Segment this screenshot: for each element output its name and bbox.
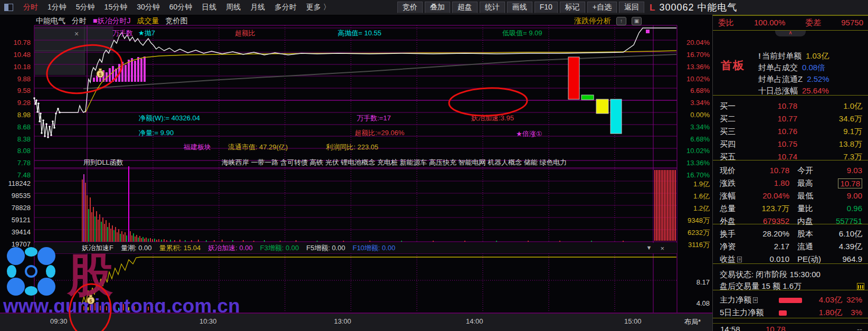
fund-label: 流通 [797, 242, 813, 252]
annotation: 净额(W):= 40326.04 [139, 114, 200, 123]
close-indicator-icon[interactable]: × [660, 244, 664, 252]
divider [713, 95, 868, 96]
tab-period-15分钟[interactable]: 15分钟 [100, 3, 132, 12]
axis-label: 4.08 [679, 299, 710, 307]
chart-header-tabs: 中能电气分时■妖冶分时J成交量竞价图 [36, 16, 187, 26]
toolbar-button-超盘[interactable]: 超盘 [452, 2, 478, 13]
tab-period-更多 〉[interactable]: 更多 〉 [301, 3, 335, 12]
panel-row: 涨跌1.80最高10.78 [713, 178, 868, 190]
axis-label: 98535 [0, 192, 31, 200]
annotation: 利润同比: 223.05 [326, 143, 378, 152]
annotation: ★抛7 [138, 29, 155, 38]
seal-value: 0.08倍 [802, 63, 825, 72]
fund-value: 2.17 [745, 242, 789, 251]
toolbar-button-返回[interactable]: 返回 [619, 2, 644, 13]
toolbar-button-统计[interactable]: 统计 [480, 2, 505, 13]
last-tick-price: 10.78 [766, 325, 786, 331]
bid-label: 买二 [720, 114, 736, 124]
tab-period-1分钟[interactable]: 1分钟 [43, 3, 71, 12]
panel-row: 交易状态: 闭市阶段 15:30:00 [713, 270, 868, 281]
divider [713, 30, 868, 31]
trading-terminal: { "colors":{"red":"#e23b41","yellow":"#d… [0, 0, 868, 331]
mini-chart-icon[interactable] [857, 283, 864, 290]
toolbar-button-F10[interactable]: F10 [535, 2, 558, 13]
quote-label: 最高 [797, 178, 813, 188]
fund-label: 收益≡ [720, 254, 742, 264]
panel-icon[interactable]: ▣ [632, 17, 642, 25]
axis-label: 16.70% [679, 51, 710, 59]
weibi-value: 100.00% [754, 18, 785, 28]
close-icon[interactable]: × [74, 30, 79, 38]
tab-period-30分钟[interactable]: 30分钟 [132, 3, 165, 12]
tab-period-月线[interactable]: 月线 [245, 3, 270, 12]
quote-label: 总量 [720, 204, 736, 214]
axis-label: 20.04% [679, 39, 710, 46]
panel-row: 涨幅20.04%最低9.00 [713, 191, 868, 203]
header-tab-竞价图[interactable]: 竞价图 [165, 16, 187, 26]
layout-label[interactable]: 布局* [684, 317, 701, 327]
header-tab-■妖冶分时J[interactable]: ■妖冶分时J [93, 16, 130, 26]
axis-label: 9.88 [0, 75, 31, 83]
quote-label: 量比 [797, 204, 813, 214]
expand-icon[interactable]: ↑ [616, 17, 626, 25]
list-icon: ≡ [737, 257, 742, 262]
tab-period-日线[interactable]: 日线 [197, 3, 221, 12]
header-tab-分时[interactable]: 分时 [72, 16, 87, 26]
annotation: 超额比 [235, 29, 255, 38]
axis-label: 6.68% [679, 135, 710, 143]
toolbar-button-竞价[interactable]: 竞价 [397, 2, 423, 13]
header-tab-中能电气[interactable]: 中能电气 [36, 16, 65, 26]
seal-label: 封单占流通Z [758, 74, 803, 83]
panel-row: 主力净额≡4.03亿32% [713, 295, 868, 307]
chevron-up-icon[interactable]: ∧ [775, 30, 806, 36]
bid-amount: 9.1万 [815, 127, 862, 137]
quote-label: 外盘 [720, 216, 736, 226]
main-net-value: 4.03亿 [805, 295, 842, 305]
intraday-chart[interactable] [0, 15, 678, 331]
panel-row: 总量123.7万量比0.96 [713, 204, 868, 215]
weibi-row: 委比 100.00% 委差 95750 [713, 18, 868, 28]
annotation: 妖冶加速:3.95 [471, 114, 514, 123]
axis-label: 0.00% [679, 111, 710, 119]
exclamation-icon: ! [758, 51, 761, 60]
tab-period-60分钟[interactable]: 60分钟 [165, 3, 197, 12]
toolbar-button-+自选[interactable]: +自选 [587, 2, 617, 13]
indicator-value: F5增额: 0.00 [306, 243, 345, 253]
window-split-icon[interactable] [4, 4, 13, 11]
fund-value: 964.9 [842, 254, 862, 263]
collapse-icon[interactable]: ▼ [646, 244, 652, 252]
seal-value: 25.64% [802, 86, 829, 95]
bid-label: 买一 [720, 101, 736, 111]
axis-label: 3116万 [679, 240, 710, 250]
panel-row: 封单占成交0.08倍 [758, 63, 868, 74]
toolbar-button-画线[interactable]: 画线 [507, 2, 532, 13]
main-net-label: 5日主力净额 [720, 308, 764, 318]
quote-label: 今开 [797, 166, 813, 176]
tab-period-分时[interactable]: 分时 [18, 3, 43, 12]
axis-label: 3.34% [679, 123, 710, 131]
fund-value: 28.20% [745, 229, 789, 238]
weicha-value: 95750 [841, 18, 863, 28]
annotation: 海峡西岸 一带一路 含可转债 高铁 光伏 锂电池概念 充电桩 新能源车 高压快充… [222, 158, 567, 167]
indicator-value: 量潮: 0.00 [121, 243, 152, 253]
toolbar-button-叠加[interactable]: 叠加 [425, 2, 450, 13]
tab-period-多分时[interactable]: 多分时 [270, 3, 301, 12]
indicator-value: F3增额: 0.00 [260, 243, 299, 253]
annotation: 低吸值= 9.09 [502, 29, 542, 38]
tab-period-5分钟[interactable]: 5分钟 [71, 3, 100, 12]
seal-label: 十日总涨幅 [758, 86, 798, 95]
axis-label: 1.6亿 [679, 192, 710, 201]
axis-label: 8.98 [0, 111, 31, 119]
main-net-pct: 32% [844, 295, 862, 304]
bid-label: 买四 [720, 139, 736, 149]
axis-label: 9348万 [679, 216, 710, 225]
panel-row: 换手28.20%股本6.10亿 [713, 229, 868, 241]
annotation: 高抛值= 10.55 [338, 29, 381, 38]
axis-label: 6232万 [679, 228, 710, 238]
bid-label: 买三 [720, 127, 736, 137]
limit-analysis-link[interactable]: 涨跌停分析 [574, 16, 611, 26]
header-tab-成交量[interactable]: 成交量 [137, 16, 159, 26]
tab-period-周线[interactable]: 周线 [221, 3, 245, 12]
toolbar-button-标记[interactable]: 标记 [560, 2, 585, 13]
time-label: 15:00 [624, 317, 642, 325]
